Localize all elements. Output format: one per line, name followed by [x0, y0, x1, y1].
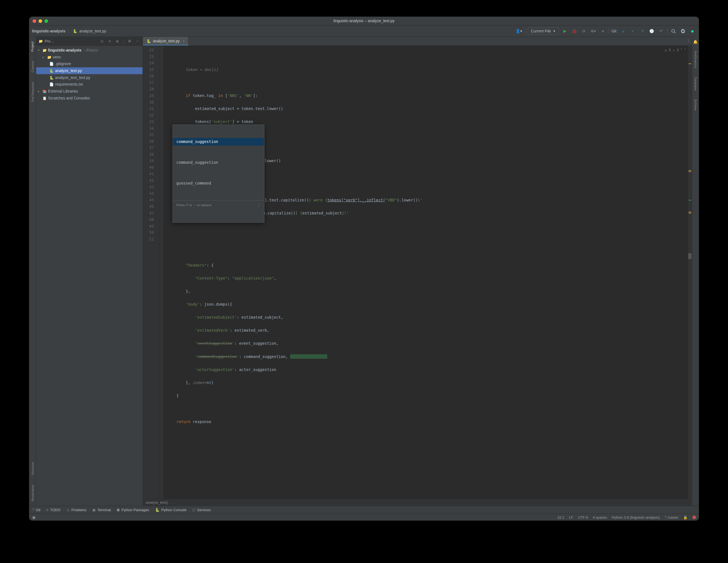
popup-item[interactable]: command_suggestion	[173, 138, 264, 146]
close-tab-icon[interactable]: ×	[183, 39, 185, 43]
python-interpreter[interactable]: Python 3.8 (linguistic-analysis)	[612, 515, 660, 519]
inspection-strip[interactable]: ⚠5 ⚠3 ˄ ˅	[665, 47, 686, 53]
code-line[interactable]: }, indent=2)	[167, 380, 688, 386]
tree-root[interactable]: ▾ 📁 linguistic-analysis ~/Repos	[36, 47, 143, 54]
code-line[interactable]	[167, 80, 688, 86]
lock-icon[interactable]: 🔒	[683, 515, 688, 519]
code-line[interactable]: },	[167, 288, 688, 295]
run-button[interactable]: ▶	[561, 27, 568, 35]
code-line[interactable]: estimated_subject = token.text.lower()	[167, 106, 688, 112]
editor-body[interactable]: 2223242526272829303132333435363738394041…	[143, 46, 692, 499]
git-commit-button[interactable]: ✓	[629, 27, 637, 35]
breadcrumb-project[interactable]: linguistic-analysis	[32, 29, 66, 33]
error-stripe[interactable]	[688, 46, 692, 499]
notifications-icon[interactable]: 🔔	[693, 40, 698, 44]
problems-toolwindow-button[interactable]: ⚠Problems	[66, 508, 86, 512]
services-toolwindow-button[interactable]: ⬡Services	[192, 508, 211, 512]
toolwindow-toggle-icon[interactable]: ▣	[32, 515, 35, 519]
code-line[interactable]: 'commandSuggestion': command_suggestion,	[167, 354, 688, 360]
user-icon[interactable]: 👤▾	[516, 27, 523, 35]
error-indicator-icon[interactable]	[693, 515, 696, 519]
git-history-button[interactable]: 🕓	[648, 27, 655, 35]
structure-toolwindow-button[interactable]: Structure	[31, 460, 34, 477]
tree-item-venv[interactable]: ▸ 📁 venv	[36, 54, 143, 61]
maximize-window-button[interactable]	[45, 19, 48, 23]
code-line[interactable]: 'body': json.dumps({	[167, 301, 688, 308]
file-encoding[interactable]: UTF-8	[578, 515, 588, 519]
settings-icon[interactable]	[679, 27, 686, 35]
git-push-button[interactable]: ↗	[639, 27, 646, 35]
debug-button[interactable]: 🐞	[571, 27, 578, 35]
run-more-button[interactable]: ⟳	[580, 27, 588, 35]
breadcrumb-file[interactable]: analyze_text.py	[79, 29, 106, 33]
indent-setting[interactable]: 4 spaces	[593, 515, 607, 519]
code-line[interactable]: token = doc[i]	[167, 66, 688, 73]
code-line[interactable]	[167, 445, 688, 451]
select-open-file-icon[interactable]: ⊙	[99, 39, 105, 43]
code-line[interactable]: tokens['subject'] = token	[167, 119, 688, 125]
tree-item-requirements[interactable]: 📄 requirements.txt	[36, 81, 143, 88]
prev-highlight-icon[interactable]: ˄	[681, 47, 682, 53]
code-line[interactable]: 'estimatedSubject': estimated_subject,	[167, 314, 688, 321]
project-tree[interactable]: ▾ 📁 linguistic-analysis ~/Repos ▸ 📁 venv…	[36, 46, 143, 103]
code-breadcrumb-label[interactable]: analyze_text()	[146, 500, 168, 505]
tree-scratches[interactable]: 📋 Scratches and Consoles	[36, 94, 143, 101]
panel-settings-icon[interactable]: ⚙	[127, 39, 132, 43]
line-separator[interactable]: LF	[569, 515, 573, 519]
autocomplete-popup[interactable]: command_suggestion command_suggestion gu…	[173, 124, 265, 222]
run-coverage-button[interactable]: ⊕▾	[590, 27, 597, 35]
code-line[interactable]	[167, 223, 688, 230]
code-line[interactable]	[167, 249, 688, 256]
expand-all-icon[interactable]: ≡	[107, 39, 112, 43]
code-breadcrumb[interactable]: analyze_text()	[143, 499, 692, 506]
python-console-toolwindow-button[interactable]: 🐍Python Console	[155, 508, 186, 512]
code-line[interactable]	[167, 406, 688, 412]
git-update-button[interactable]: ↙	[620, 27, 627, 35]
database-toolwindow-button[interactable]: Database	[694, 75, 697, 93]
git-branch[interactable]: ᛘ master	[665, 515, 678, 519]
todo-toolwindow-button[interactable]: ≡TODO	[46, 508, 60, 512]
search-icon[interactable]	[670, 27, 677, 35]
chevron-right-icon[interactable]: ▸	[43, 55, 46, 59]
popup-item[interactable]: guessed_command	[173, 179, 264, 187]
code-line[interactable]: 'eventSuggestion': event_suggestion,	[167, 340, 688, 347]
tree-item-gitignore[interactable]: 📄 .gitignore	[36, 60, 143, 67]
notifications-toolwindow-button[interactable]: Notifications	[694, 49, 697, 70]
chevron-down-icon[interactable]: ▾	[38, 49, 41, 52]
chevron-right-icon[interactable]: ▸	[38, 89, 41, 93]
tab-options-icon[interactable]: ⋮	[685, 37, 692, 45]
popup-item[interactable]: command_suggestion	[173, 159, 264, 167]
breadcrumb[interactable]: linguistic-analysis 〉 🐍 analyze_text.py	[32, 28, 106, 34]
minimize-window-button[interactable]	[39, 19, 42, 23]
code-line[interactable]: "headers": {	[167, 262, 688, 269]
panel-minimize-icon[interactable]: −	[134, 39, 140, 43]
ide-logo-icon[interactable]: ◆	[689, 27, 696, 35]
fold-gutter[interactable]	[160, 46, 164, 499]
line-number-gutter[interactable]: 2223242526272829303132333435363738394041…	[143, 46, 160, 499]
tree-item-analyze-text-test[interactable]: 🐍 analyze_text_test.py	[36, 74, 143, 81]
close-window-button[interactable]	[33, 19, 36, 23]
code-line[interactable]	[167, 432, 688, 438]
code-line[interactable]: 'estimatedVerb': estimated_verb,	[167, 327, 688, 334]
code-line[interactable]	[167, 236, 688, 243]
popup-options-icon[interactable]: ⋮	[257, 202, 261, 208]
git-revert-button[interactable]: ↶	[658, 27, 665, 35]
collapse-all-icon[interactable]: ≣	[114, 39, 120, 43]
sciview-toolwindow-button[interactable]: SciView	[694, 97, 697, 112]
tree-item-analyze-text[interactable]: 🐍 analyze_text.py	[36, 67, 143, 74]
commit-toolwindow-button[interactable]: Commit	[31, 59, 34, 74]
code-line[interactable]: 'actorSuggestion': actor_suggestion	[167, 367, 688, 373]
code-line[interactable]: }	[167, 393, 688, 399]
code-line[interactable]: "Content-Type": "application/json",	[167, 275, 688, 282]
code-area[interactable]: ⚠5 ⚠3 ˄ ˅ token = doc[i] if token.tag_ i…	[164, 46, 688, 499]
caret-position[interactable]: 32:1	[557, 515, 564, 519]
code-line[interactable]: if token.tag_ in ['NNS', 'NN']:	[167, 93, 688, 99]
tree-external-libs[interactable]: ▸ 📚 External Libraries	[36, 88, 143, 95]
next-highlight-icon[interactable]: ˅	[684, 47, 686, 53]
editor-tab-analyze-text[interactable]: 🐍 analyze_text.py ×	[143, 37, 189, 45]
terminal-toolwindow-button[interactable]: ▣Terminal	[92, 508, 111, 512]
git-toolwindow-button[interactable]: ᛘGit	[32, 508, 40, 512]
project-toolwindow-button[interactable]: Project	[30, 40, 35, 53]
bookmarks-toolwindow-button[interactable]: Bookmarks	[31, 483, 34, 503]
code-line[interactable]: return response	[167, 419, 688, 425]
